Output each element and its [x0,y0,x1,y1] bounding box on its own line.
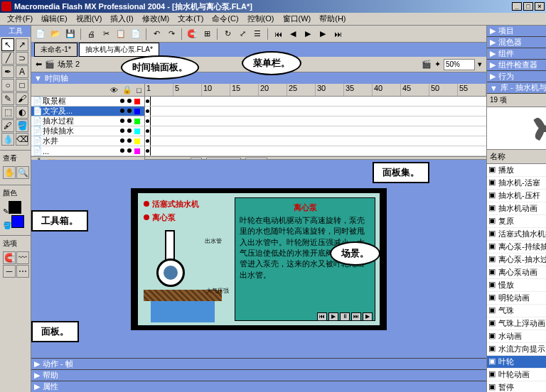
library-item[interactable]: ▣抽水机-活塞图形 [487,177,546,190]
actions-panel-bar[interactable]: ▶动作 - 帧 [31,358,486,369]
scale-button[interactable]: ⤢ [236,28,249,40]
menu-modify[interactable]: 修改(M) [138,13,174,24]
step-forward-button[interactable]: ▶ [316,28,329,40]
edit-scene-icon[interactable]: 🎬 [422,60,432,69]
back-icon[interactable]: ⬅ [36,60,42,69]
lasso-tool[interactable]: ⊃ [16,52,28,65]
tab-untitled[interactable]: 未命名-1* [34,43,77,57]
text-tool[interactable]: A [16,65,28,78]
minimize-button[interactable]: _ [512,2,522,11]
zoom-input[interactable] [444,59,475,70]
menu-file[interactable]: 文件(F) [3,13,37,24]
pencil-tool[interactable]: ✎ [1,92,14,105]
menu-edit[interactable]: 编辑(E) [37,13,72,24]
rectangle-tool[interactable]: □ [16,79,28,92]
goto-last-button[interactable]: ⏭ [331,28,344,40]
library-panel-bar[interactable]: ▼库 - 抽水机与离心泵.FLA [487,82,546,94]
layer-row[interactable]: 📄... [31,146,144,156]
scene-name[interactable]: 场景 2 [58,59,80,70]
library-item[interactable]: ▣暂停按钮 [487,381,546,392]
library-item[interactable]: ▣播放按钮 [487,164,546,177]
library-item[interactable]: ▣气珠上浮动画图形 [487,317,546,330]
library-item[interactable]: ▣离心泵动画按钮 [487,266,546,279]
help-panel-bar[interactable]: ▶帮助 [31,369,486,381]
edit-symbol-icon[interactable]: ✦ [434,60,441,69]
menu-view[interactable]: 视图(V) [72,13,107,24]
new-button[interactable]: 📄 [34,28,47,40]
inspector-panel-bar[interactable]: ▶组件检查器 [487,60,546,71]
onion2-icon[interactable]: ⊙ [159,158,165,159]
fill-color[interactable] [11,215,24,228]
onion4-icon[interactable]: ⊞ [180,158,186,159]
menu-control[interactable]: 控制(O) [243,13,279,24]
snap-button[interactable]: 🧲 [186,28,198,40]
library-item[interactable]: ▣抽水机动画按钮 [487,202,546,215]
lock-icon[interactable]: 🔒 [122,85,132,94]
menu-text[interactable]: 文本(T) [173,13,208,24]
eyedropper-tool[interactable]: 💧 [1,133,14,146]
layer-row[interactable]: 📄水井 [31,136,144,146]
library-item[interactable]: ▣水流方向提示点图形 [487,343,546,356]
properties-panel-bar[interactable]: ▶属性 [31,381,486,392]
snap-option[interactable]: 🧲 [3,251,16,264]
open-button[interactable]: 📂 [49,28,62,40]
ctrl-play[interactable]: ▶ [328,312,338,321]
mixer-panel-bar[interactable]: ▶混色器 [487,37,546,48]
tab-current[interactable]: 抽水机与离心泵.FLA* [79,43,159,57]
transform-tool[interactable]: ⬚ [1,106,14,119]
play-button[interactable]: ▶ [301,28,314,40]
goto-first-button[interactable]: ⏮ [272,28,284,40]
project-panel-bar[interactable]: ▶项目 [487,26,546,37]
stage-area[interactable]: 活塞式抽水机 离心泵 出水管 大气压强 离心泵 [31,160,486,358]
library-item[interactable]: ▣抽水机-压杆图形 [487,190,546,202]
ctrl-first[interactable]: ⏮ [317,312,327,321]
library-item[interactable]: ▣水动画影片剪辑 [487,330,546,343]
menu-window[interactable]: 窗口(W) [279,13,316,24]
library-item[interactable]: ▣叶轮动画图形 [487,369,546,381]
collapse-icon[interactable]: ▼ [34,74,42,82]
onion3-icon[interactable]: ⊡ [169,158,176,159]
library-item[interactable]: ▣叶轮图形 [487,356,546,369]
rotate-button[interactable]: ↻ [221,28,234,40]
cut-button[interactable]: ✂ [100,28,112,40]
paint-bucket-tool[interactable]: 🪣 [16,119,28,132]
copy-button[interactable]: 📋 [114,28,127,40]
menu-help[interactable]: 帮助(H) [315,13,350,24]
selection-tool[interactable]: ↖ [1,38,14,51]
frames-column[interactable]: 1510152025303540455055 ⊙ ⊙ ⊡ ⊞ 1 12.0 fp… [145,84,486,159]
undo-button[interactable]: ↶ [150,28,163,40]
step-back-button[interactable]: ◀ [287,28,299,40]
align-button[interactable]: ⊞ [200,28,213,40]
behaviors-panel-bar[interactable]: ▶行为 [487,71,546,82]
library-list[interactable]: ▣播放按钮▣抽水机-活塞图形▣抽水机-压杆图形▣抽水机动画按钮▣复原按钮▣活塞式… [487,164,546,392]
layer-row[interactable]: 📄取景框 [31,97,144,107]
option-4[interactable]: ⋯ [16,265,29,278]
library-item[interactable]: ▣离心泵-抽水过程图形 [487,254,546,266]
outline-icon[interactable]: □ [136,86,141,94]
hand-tool[interactable]: ✋ [3,166,16,179]
library-item[interactable]: ▣活塞式抽水机控制按钮 [487,228,546,241]
col-name[interactable]: 名称 [487,150,546,163]
eye-icon[interactable]: 👁 [110,86,118,94]
align2-button[interactable]: ☰ [251,28,264,40]
zoom-tool[interactable]: 🔍 [16,166,29,179]
save-button[interactable]: 💾 [64,28,77,40]
redo-button[interactable]: ↷ [165,28,178,40]
zoom-dropdown-icon[interactable]: ▾ [478,60,482,69]
print-button[interactable]: 🖨 [85,28,97,40]
stroke-color[interactable] [9,201,21,214]
subselection-tool[interactable]: ↗ [16,38,28,51]
pen-tool[interactable]: ✒ [1,65,14,78]
menu-commands[interactable]: 命令(C) [208,13,242,24]
ctrl-slow[interactable]: ▶ [363,312,373,321]
menu-insert[interactable]: 插入(I) [106,13,137,24]
ctrl-pause[interactable]: ⏸ [340,312,350,321]
ink-bottle-tool[interactable]: 🖋 [1,119,14,132]
brush-tool[interactable]: 🖌 [16,92,28,105]
onion-icon[interactable]: ⊙ [148,158,154,159]
library-item[interactable]: ▣复原按钮 [487,215,546,228]
library-item[interactable]: ▣离心泵-持续抽水图形 [487,241,546,254]
layer-row[interactable]: 📄文字及... [31,107,144,116]
oval-tool[interactable]: ○ [1,79,14,92]
straighten-option[interactable]: ─ [3,265,16,278]
